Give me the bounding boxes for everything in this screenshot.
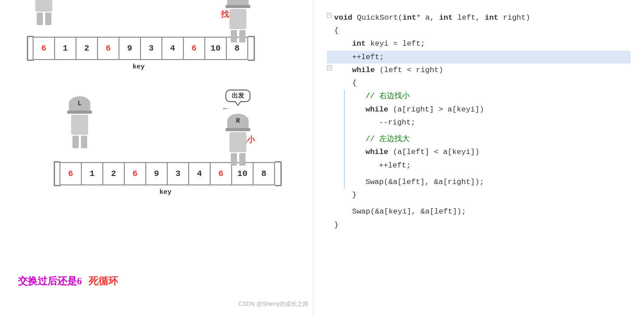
soldier-R-bottom: 出发 ← R <box>225 90 250 166</box>
top-illustration: 找小 L 出发 ← R <box>27 13 255 71</box>
code-line-1: − void QuickSort(int* a, int left, int r… <box>327 11 631 24</box>
code-line-13: ++left; <box>327 159 631 172</box>
code-line-3: int keyi = left; <box>327 37 631 50</box>
code-line-16: } <box>327 188 631 201</box>
array-row-top: 6 1 2 6 9 3 4 6 10 8 <box>27 36 255 61</box>
soldier-R-top: 出发 ← R <box>225 0 250 43</box>
code-line-12: while (a[left] < a[keyi]) <box>327 146 631 158</box>
code-line-11: // 左边找大 <box>327 133 631 146</box>
fold-icon-1[interactable]: − <box>327 13 332 18</box>
code-line-9: --right; <box>327 116 631 129</box>
code-line-19: } <box>327 218 631 231</box>
code-panel: − void QuickSort(int* a, int left, int r… <box>313 0 644 317</box>
code-line-15: Swap(&a[left], &a[right]); <box>327 176 631 188</box>
code-line-18: Swap(&a[keyi], &a[left]); <box>327 205 631 218</box>
key-label-top: key <box>22 63 255 71</box>
code-line-7: // 右边找小 <box>327 90 631 103</box>
soldier-L-top: L <box>31 0 56 25</box>
soldier-L-bottom: L <box>67 96 92 148</box>
bottom-caption: 交换过后还是6 死循环 <box>18 274 118 288</box>
code-line-6: { <box>327 77 631 90</box>
code-line-4: ++left; <box>327 51 631 64</box>
code-line-8: while (a[right] > a[keyi]) <box>327 103 631 116</box>
watermark: CSDN @Sherry的成长之路 <box>238 300 309 308</box>
left-panel: 找小 L 出发 ← R <box>0 0 313 317</box>
code-line-2: { <box>327 24 631 37</box>
key-label-bottom: key <box>49 188 282 196</box>
fold-icon-5[interactable]: − <box>327 65 332 70</box>
code-line-5: − while (left < right) <box>327 64 631 77</box>
code-block: − void QuickSort(int* a, int left, int r… <box>327 11 631 231</box>
bottom-illustration: 找小 L 出发 ← R <box>54 139 282 196</box>
